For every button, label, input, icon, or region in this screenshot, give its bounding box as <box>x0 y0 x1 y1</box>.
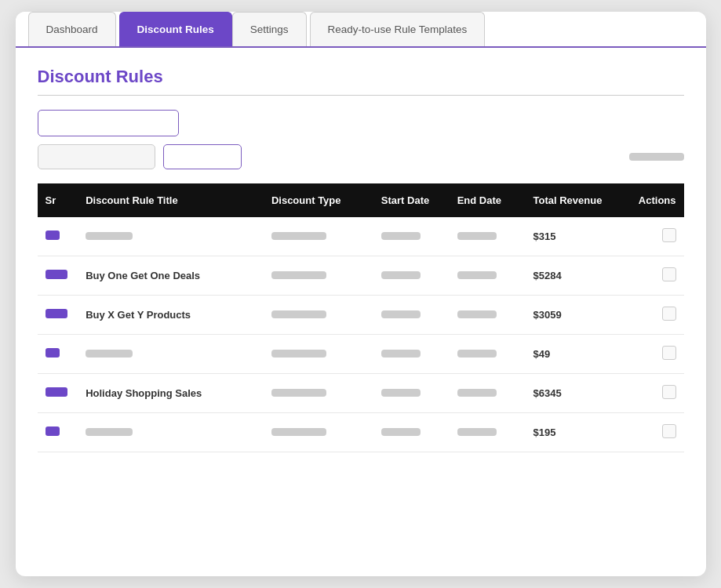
filter-button[interactable] <box>163 144 242 169</box>
data-table: Sr Discount Rule Title Discount Type Sta… <box>38 183 684 452</box>
placeholder-type <box>271 271 326 279</box>
tab-templates[interactable]: Ready-to-use Rule Templates <box>310 12 486 46</box>
table-header-row: Sr Discount Rule Title Discount Type Sta… <box>38 183 684 217</box>
cell-title <box>78 217 264 256</box>
col-start: Start Date <box>373 183 450 217</box>
col-revenue: Total Revenue <box>525 183 626 217</box>
placeholder-type <box>271 428 326 436</box>
cell-revenue: $49 <box>525 335 626 374</box>
placeholder-end <box>457 271 497 279</box>
cell-end <box>450 413 526 452</box>
placeholder-title <box>86 428 133 436</box>
placeholder-end <box>457 232 497 240</box>
sr-indicator <box>46 309 67 318</box>
search-input[interactable] <box>38 110 179 136</box>
tab-bar: Dashboard Discount Rules Settings Ready-… <box>16 12 706 48</box>
table-row: Holiday Shopping Sales$6345 <box>38 374 684 413</box>
cell-end <box>450 296 526 335</box>
placeholder-type <box>271 310 326 318</box>
cell-title: Buy X Get Y Products <box>78 296 264 335</box>
cell-type <box>264 374 373 413</box>
cell-start <box>373 374 450 413</box>
sr-indicator <box>46 426 60 436</box>
cell-actions <box>627 335 684 374</box>
cell-actions <box>627 296 684 335</box>
action-icon[interactable] <box>662 346 676 360</box>
sr-indicator <box>46 348 60 358</box>
cell-end <box>450 217 526 256</box>
col-type: Discount Type <box>264 183 373 217</box>
cell-sr <box>38 296 78 335</box>
table-row: $49 <box>38 335 684 374</box>
cell-end <box>450 374 526 413</box>
cell-type <box>264 256 373 296</box>
placeholder-end <box>457 389 497 397</box>
cell-start <box>373 256 450 296</box>
cell-type <box>264 217 373 256</box>
tab-discount-rules[interactable]: Discount Rules <box>119 12 232 46</box>
col-sr: Sr <box>38 183 78 217</box>
sort-bar <box>629 153 684 161</box>
placeholder-start <box>381 232 421 240</box>
cell-start <box>373 413 450 452</box>
col-actions: Actions <box>627 183 684 217</box>
cell-title: Holiday Shopping Sales <box>78 374 264 413</box>
filter-row <box>38 144 684 169</box>
cell-revenue: $195 <box>525 413 626 452</box>
action-icon[interactable] <box>662 228 676 242</box>
cell-title <box>78 335 264 374</box>
placeholder-start <box>381 271 421 279</box>
table-body: $315Buy One Get One Deals$5284Buy X Get … <box>38 217 684 452</box>
cell-actions <box>627 217 684 256</box>
cell-revenue: $5284 <box>525 256 626 296</box>
cell-type <box>264 413 373 452</box>
cell-start <box>373 296 450 335</box>
placeholder-title <box>86 232 133 240</box>
placeholder-end <box>457 428 497 436</box>
app-container: Dashboard Discount Rules Settings Ready-… <box>16 12 706 576</box>
action-icon[interactable] <box>662 267 676 281</box>
placeholder-end <box>457 350 497 358</box>
cell-end <box>450 256 526 296</box>
cell-title: Buy One Get One Deals <box>78 256 264 296</box>
cell-revenue: $315 <box>525 217 626 256</box>
action-icon[interactable] <box>662 424 676 438</box>
cell-sr <box>38 256 78 296</box>
sr-indicator <box>46 270 67 279</box>
cell-actions <box>627 374 684 413</box>
cell-sr <box>38 217 78 256</box>
action-icon[interactable] <box>662 307 676 321</box>
tab-settings[interactable]: Settings <box>232 12 307 46</box>
cell-sr <box>38 413 78 452</box>
col-title: Discount Rule Title <box>78 183 264 217</box>
filter-select[interactable] <box>38 144 155 169</box>
action-icon[interactable] <box>662 385 676 399</box>
placeholder-type <box>271 350 326 358</box>
placeholder-start <box>381 350 421 358</box>
table-row: Buy One Get One Deals$5284 <box>38 256 684 296</box>
page-title: Discount Rules <box>38 67 684 87</box>
placeholder-start <box>381 428 421 436</box>
placeholder-start <box>381 389 421 397</box>
cell-revenue: $6345 <box>525 374 626 413</box>
cell-sr <box>38 335 78 374</box>
cell-revenue: $3059 <box>525 296 626 335</box>
cell-start <box>373 217 450 256</box>
cell-sr <box>38 374 78 413</box>
cell-end <box>450 335 526 374</box>
cell-actions <box>627 256 684 296</box>
placeholder-title <box>86 350 133 358</box>
table-row: Buy X Get Y Products$3059 <box>38 296 684 335</box>
cell-actions <box>627 413 684 452</box>
placeholder-type <box>271 232 326 240</box>
main-content: Discount Rules Sr Discount Rule Title Di… <box>16 48 706 474</box>
cell-title <box>78 413 264 452</box>
sr-indicator <box>46 230 60 240</box>
placeholder-type <box>271 389 326 397</box>
col-end: End Date <box>450 183 526 217</box>
placeholder-start <box>381 310 421 318</box>
cell-type <box>264 335 373 374</box>
filter-area <box>38 110 684 169</box>
tab-dashboard[interactable]: Dashboard <box>28 12 116 46</box>
cell-type <box>264 296 373 335</box>
